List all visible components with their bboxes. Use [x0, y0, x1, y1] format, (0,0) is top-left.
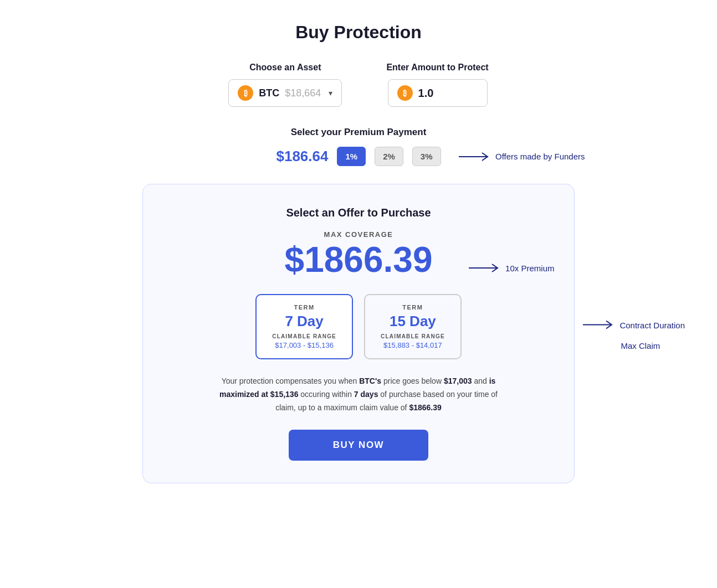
claimable-range-1: $15,883 - $14,017: [381, 341, 445, 349]
coverage-amount: $1866.39: [285, 242, 433, 277]
amount-input-wrapper: ₿: [388, 79, 488, 107]
premium-section: Select your Premium Payment $186.64 1% 2…: [109, 127, 608, 166]
amount-btc-icon: ₿: [397, 85, 413, 101]
premium-amount: $186.64: [276, 148, 328, 165]
arrow-contract-icon: [583, 319, 616, 331]
arrow-10x-icon: [469, 262, 502, 274]
pct-btn-2[interactable]: 2%: [375, 147, 403, 166]
page-title: Buy Protection: [295, 22, 422, 43]
premium-label: Select your Premium Payment: [291, 127, 427, 138]
term-card-15day[interactable]: TERM 15 Day CLAIMABLE RANGE $15,883 - $1…: [364, 294, 462, 359]
term-cards-container: TERM 7 Day CLAIMABLE RANGE $17,003 - $15…: [176, 294, 541, 375]
max-coverage-label: MAX COVERAGE: [324, 230, 393, 239]
pct-btn-1[interactable]: 1%: [337, 147, 366, 166]
asset-price: $18,664: [285, 87, 321, 99]
description-text: Your protection compensates you when BTC…: [209, 375, 508, 414]
term-days-1: 15 Day: [381, 313, 445, 330]
coverage-row: $1866.39 10x Premium: [285, 242, 433, 294]
amount-input[interactable]: [418, 87, 474, 100]
claimable-label-0: CLAIMABLE RANGE: [272, 333, 336, 339]
btc-icon: ₿: [238, 85, 253, 101]
offer-title: Select an Offer to Purchase: [286, 207, 431, 219]
top-section: Choose an Asset ₿ BTC $18,664 ▾ Enter Am…: [109, 63, 608, 107]
page-wrapper: Buy Protection Choose an Asset ₿ BTC $18…: [109, 22, 608, 566]
arrow-funders-icon: [459, 151, 492, 163]
asset-name: BTC: [259, 87, 279, 99]
annotation-contract: Contract Duration Max Claim: [583, 319, 685, 350]
annotation-contract-row: Contract Duration: [583, 319, 685, 331]
amount-label: Enter Amount to Protect: [386, 63, 488, 73]
premium-row: $186.64 1% 2% 3% Offers made by Funders: [276, 147, 441, 166]
annotation-10x-text: 10x Premium: [505, 264, 554, 273]
term-days-0: 7 Day: [272, 313, 336, 330]
annotation-10x: 10x Premium: [469, 262, 554, 274]
term-cards: TERM 7 Day CLAIMABLE RANGE $17,003 - $15…: [255, 294, 462, 359]
claimable-label-1: CLAIMABLE RANGE: [381, 333, 445, 339]
term-card-7day[interactable]: TERM 7 Day CLAIMABLE RANGE $17,003 - $15…: [255, 294, 353, 359]
annotation-max-claim-text: Max Claim: [583, 341, 685, 350]
dropdown-arrow-icon: ▾: [329, 89, 332, 97]
claimable-range-0: $17,003 - $15,136: [272, 341, 336, 349]
term-label-0: TERM: [272, 304, 336, 311]
buy-now-button[interactable]: BUY NOW: [289, 430, 428, 461]
asset-label: Choose an Asset: [249, 63, 321, 73]
asset-field-group: Choose an Asset ₿ BTC $18,664 ▾: [228, 63, 342, 107]
pct-btn-3[interactable]: 3%: [412, 147, 441, 166]
term-label-1: TERM: [381, 304, 445, 311]
annotation-funders: Offers made by Funders: [459, 151, 585, 163]
asset-selector[interactable]: ₿ BTC $18,664 ▾: [228, 79, 342, 107]
annotation-contract-text: Contract Duration: [619, 320, 685, 329]
offer-card: Select an Offer to Purchase MAX COVERAGE…: [142, 184, 575, 483]
amount-field-group: Enter Amount to Protect ₿: [386, 63, 488, 107]
annotation-funders-text: Offers made by Funders: [495, 152, 585, 161]
